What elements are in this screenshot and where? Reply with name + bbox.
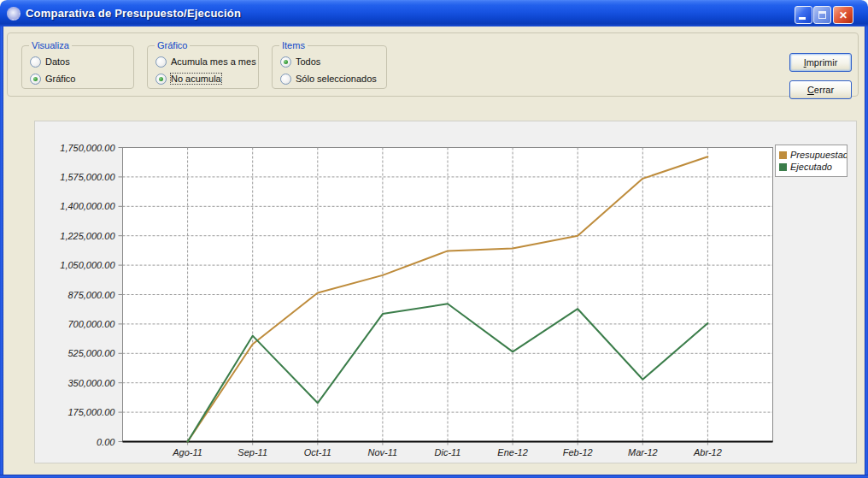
legend-swatch [779, 151, 787, 159]
close-button[interactable]: ✕ [833, 6, 853, 24]
close-dialog-button[interactable]: Cerrar [789, 80, 852, 99]
radio-option-todos[interactable]: Todos [280, 56, 320, 68]
x-tick-label: Abr-12 [693, 447, 722, 457]
radio-icon[interactable] [30, 74, 41, 85]
app-icon [7, 7, 21, 21]
y-tick-label: 1,575,000.00 [60, 172, 115, 182]
legend-item-presupuestado: Presupuestado [779, 149, 847, 161]
minimize-button[interactable] [795, 6, 812, 24]
radio-label: Sólo seleccionados [296, 74, 377, 84]
x-tick-label: Nov-11 [368, 447, 398, 457]
legend-item-ejecutado: Ejecutado [779, 161, 847, 173]
y-tick-label: 525,000.00 [67, 348, 115, 358]
y-tick-label: 350,000.00 [67, 378, 115, 388]
y-tick-label: 1,225,000.00 [60, 231, 115, 241]
x-tick-label: Ene-12 [497, 447, 527, 457]
y-tick-label: 1,750,000.00 [60, 143, 115, 153]
radio-label: Datos [45, 56, 70, 67]
radio-option-datos[interactable]: Datos [30, 56, 70, 68]
options-panel: Visualiza Datos Gráfico Gráfico Acumula … [7, 32, 859, 97]
group-grafico: Gráfico Acumula mes a mes No acumula [147, 45, 259, 89]
y-tick-label: 1,050,000.00 [60, 260, 115, 270]
chart-legend: Presupuestado Ejecutado [775, 145, 847, 177]
y-tick-label: 700,000.00 [67, 319, 115, 329]
group-visualiza: Visualiza Datos Gráfico [21, 45, 134, 89]
window-title: Comparativa de Presupuesto/Ejecución [26, 7, 241, 20]
radio-option-acumula[interactable]: Acumula mes a mes [155, 56, 256, 68]
radio-label: No acumula [171, 74, 221, 84]
maximize-button[interactable] [813, 6, 831, 24]
group-caption: Items [279, 40, 308, 50]
maximize-icon [818, 11, 826, 19]
x-tick-label: Dic-11 [435, 447, 461, 457]
group-items: Items Todos Sólo seleccionados [272, 45, 387, 89]
y-tick-label: 175,000.00 [67, 407, 115, 417]
x-tick-label: Ago-11 [172, 447, 202, 457]
window-content: Visualiza Datos Gráfico Gráfico Acumula … [3, 27, 865, 475]
legend-label: Ejecutado [790, 162, 832, 172]
y-tick-label: 1,400,000.00 [60, 201, 115, 211]
chart-svg: Ago-11Sep-11Oct-11Nov-11Dic-11Ene-12Feb-… [35, 121, 858, 464]
minimize-icon [799, 17, 806, 20]
print-button[interactable]: Imprimir [789, 53, 852, 72]
window-frame-right [865, 27, 868, 478]
radio-icon[interactable] [155, 74, 167, 85]
x-tick-label: Oct-11 [304, 447, 331, 457]
x-tick-label: Feb-12 [563, 447, 593, 457]
legend-swatch [779, 163, 787, 171]
radio-option-no-acumula[interactable]: No acumula [155, 73, 221, 85]
radio-label: Todos [296, 56, 320, 67]
legend-label: Presupuestado [790, 150, 847, 160]
radio-label: Acumula mes a mes [171, 56, 256, 67]
radio-label: Gráfico [45, 74, 75, 84]
x-tick-label: Mar-12 [628, 447, 658, 457]
radio-icon[interactable] [280, 74, 291, 85]
radio-option-grafico[interactable]: Gráfico [30, 73, 75, 85]
title-bar[interactable]: Comparativa de Presupuesto/Ejecución ✕ [0, 0, 868, 27]
group-caption: Visualiza [29, 40, 72, 50]
radio-icon[interactable] [30, 56, 41, 68]
close-icon: ✕ [839, 10, 847, 21]
chart-panel: Ago-11Sep-11Oct-11Nov-11Dic-11Ene-12Feb-… [34, 121, 857, 463]
radio-icon[interactable] [280, 56, 291, 68]
group-caption: Gráfico [155, 40, 190, 50]
y-tick-label: 875,000.00 [67, 290, 115, 300]
x-tick-label: Sep-11 [238, 447, 267, 457]
app-window: Comparativa de Presupuesto/Ejecución ✕ V… [0, 0, 868, 478]
radio-option-solo-seleccionados[interactable]: Sólo seleccionados [280, 73, 377, 85]
radio-icon[interactable] [155, 56, 167, 68]
window-frame-bottom [0, 475, 868, 478]
y-tick-label: 0.00 [97, 437, 115, 447]
